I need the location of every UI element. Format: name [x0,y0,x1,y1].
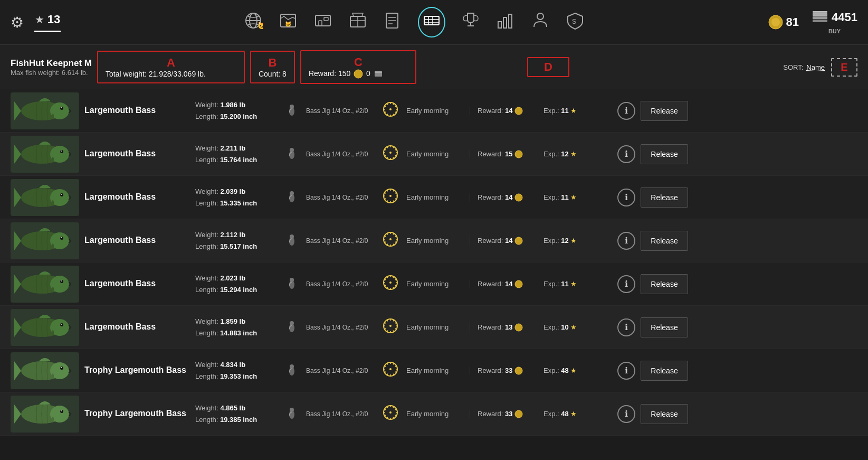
count-box: B Count: 8 [250,51,295,83]
svg-point-58 [515,107,522,115]
keepnet-subtitle: Max fish weight: 6.614 lb. [11,69,92,77]
reward-box: C Reward: 150 0 [300,50,416,84]
svg-text:🐱: 🐱 [257,21,263,30]
fish-image [11,179,79,216]
svg-point-40 [60,107,63,110]
table-row: Largemouth Bass Weight: 2.023 lb Length:… [0,262,868,306]
label-a: A [106,56,236,70]
svg-rect-33 [813,11,827,13]
svg-point-177 [389,368,392,370]
info-button[interactable]: ℹ [617,189,635,206]
svg-marker-126 [14,275,21,294]
map-icon[interactable]: 🐱 [279,11,298,34]
exp-col: Exp.: 11 ★ [543,280,612,288]
svg-point-106 [60,237,63,240]
journal-icon[interactable] [383,11,402,34]
svg-rect-31 [813,16,827,19]
svg-rect-35 [375,72,382,77]
bait-icon [285,146,301,162]
total-weight-value: Total weight: 21.928/33.069 lb. [106,70,206,78]
time-label: Early morning [406,150,464,158]
svg-rect-30 [813,20,827,22]
svg-rect-36 [375,71,382,73]
info-button[interactable]: ℹ [617,145,635,163]
release-button[interactable]: Release [641,231,688,251]
settings-icon[interactable]: ⚙ [11,14,24,31]
exp-col: Exp.: 12 ★ [543,237,612,245]
fish-image [11,92,79,129]
fish-image [11,266,79,303]
stats-icon[interactable] [496,11,515,34]
svg-point-128 [60,280,63,283]
shield-icon[interactable]: S [566,11,585,34]
svg-point-107 [61,237,62,238]
time-icon [380,274,401,295]
fish-stats: Weight: 1.859 lb Length: 14.883 inch [195,316,280,339]
reward-col: Reward: 14 [470,237,538,245]
svg-point-212 [515,410,522,418]
table-row: Trophy Largemouth Bass Weight: 4.865 lb … [0,392,868,436]
sort-value[interactable]: Name [806,63,825,71]
time-label: Early morning [406,410,464,418]
nav-right: 81 4451 BUY [768,10,857,34]
reward-col: Reward: 14 [470,193,538,202]
release-button[interactable]: Release [641,274,688,294]
svg-marker-192 [14,405,21,424]
svg-text:S: S [572,18,576,25]
table-row: Largemouth Bass Weight: 1.986 lb Length:… [0,89,868,133]
trophy-icon[interactable] [461,11,480,34]
house-icon[interactable] [313,11,332,34]
level-badge: ★ 13 [34,13,61,32]
time-icon [380,100,401,121]
release-button[interactable]: Release [641,404,688,424]
info-button[interactable]: ℹ [617,232,635,250]
fish-image [11,222,79,259]
label-d: D [544,60,552,74]
svg-point-34 [354,70,363,78]
fish-name: Largemouth Bass [84,235,190,246]
release-button[interactable]: Release [641,361,688,381]
release-button[interactable]: Release [641,317,688,337]
bait-icon [285,276,301,292]
release-button[interactable]: Release [641,101,688,121]
svg-point-173 [61,367,62,368]
info-button[interactable]: ℹ [617,318,635,336]
bait-icon [285,320,301,335]
bait-name: Bass Jig 1/4 Oz., #2/0 [306,107,375,115]
time-label: Early morning [406,193,464,201]
svg-point-175 [290,364,294,369]
svg-point-190 [515,367,522,374]
nav-center: 🐱 🐱 [244,7,585,37]
time-icon [380,230,401,251]
release-button[interactable]: Release [641,187,688,208]
svg-rect-16 [424,16,439,25]
info-button[interactable]: ℹ [617,102,635,120]
reward-value: Reward: 150 0 [309,69,384,78]
svg-point-124 [515,237,522,245]
bait-name: Bass Jig 1/4 Oz., #2/0 [306,151,375,158]
table-row: Largemouth Bass Weight: 2.112 lb Length:… [0,219,868,262]
time-label: Early morning [406,237,464,245]
bait-icon [285,233,301,249]
fish-stats: Weight: 4.865 lb Length: 19.385 inch [195,402,280,426]
shop-icon[interactable] [348,11,367,34]
total-weight-box: A Total weight: 21.928/33.069 lb. [97,51,245,83]
bait-name: Bass Jig 1/4 Oz., #2/0 [306,237,375,245]
svg-point-87 [290,191,294,195]
player-icon[interactable] [531,11,550,34]
info-button[interactable]: ℹ [617,405,635,423]
exp-col: Exp.: 48 ★ [543,367,612,374]
time-icon [380,317,401,338]
info-button[interactable]: ℹ [617,275,635,293]
bait-icon [285,406,301,422]
nav-left: ⚙ ★ 13 [11,13,61,32]
svg-rect-7 [319,21,322,26]
svg-point-85 [61,194,62,195]
keepnet-icon[interactable] [418,7,445,37]
release-button[interactable]: Release [641,144,688,164]
info-button[interactable]: ℹ [617,362,635,380]
svg-point-62 [60,150,63,153]
svg-point-84 [60,193,63,196]
globe-icon[interactable]: 🐱 [244,11,263,34]
svg-point-168 [515,324,522,331]
